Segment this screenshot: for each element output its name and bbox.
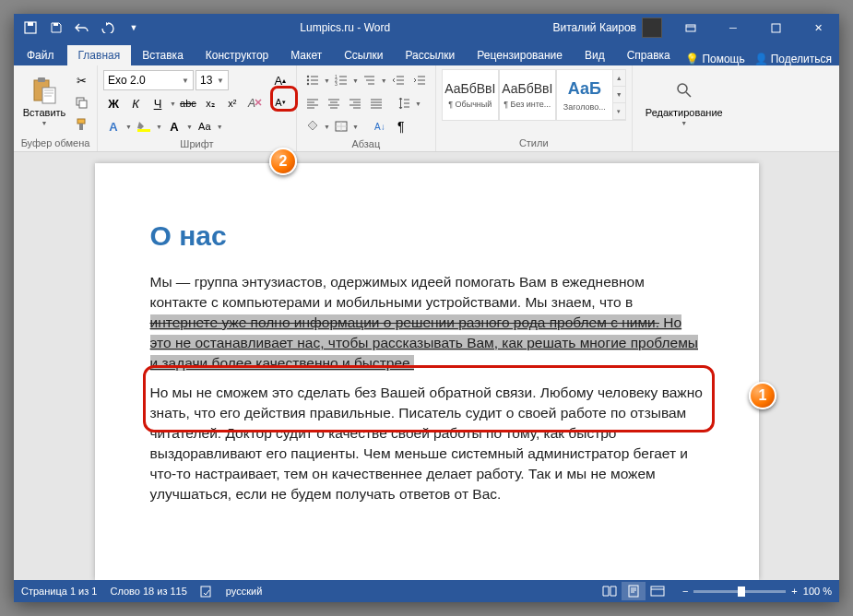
font-name-combo[interactable]: Exo 2.0▼: [103, 70, 194, 90]
clipboard-label: Буфер обмена: [19, 136, 91, 151]
svg-rect-9: [79, 101, 87, 108]
borders-button[interactable]: [331, 116, 351, 136]
status-page[interactable]: Страница 1 из 1: [21, 586, 97, 597]
numbering-button[interactable]: 123: [331, 70, 351, 90]
editing-button[interactable]: Редактирование ▼: [638, 67, 730, 134]
doc-paragraph-2: Но мы не сможем это сделать без Вашей об…: [150, 383, 704, 504]
zoom-level[interactable]: 100 %: [803, 586, 832, 597]
show-marks-button[interactable]: ¶: [391, 116, 411, 136]
read-mode-icon[interactable]: [598, 582, 622, 600]
web-layout-icon[interactable]: [646, 582, 669, 600]
grow-font-button[interactable]: A▴: [270, 70, 290, 90]
style-normal[interactable]: АаБбВвІ¶ Обычный: [442, 69, 499, 121]
ribbon: Вставить ▼ ✂ Буфер обмена Exo 2.0▼ 13▼: [14, 65, 839, 152]
find-icon: [669, 76, 699, 105]
zoom-in-button[interactable]: +: [791, 586, 797, 597]
align-right-button[interactable]: [345, 93, 365, 113]
user-account[interactable]: Виталий Каиров: [545, 18, 669, 38]
zoom-slider[interactable]: [693, 590, 786, 593]
tab-home[interactable]: Главная: [67, 45, 132, 65]
tab-design[interactable]: Конструктор: [195, 45, 279, 65]
tab-mailings[interactable]: Рассылки: [394, 45, 466, 65]
tab-file[interactable]: Файл: [14, 45, 67, 65]
align-center-button[interactable]: [324, 93, 344, 113]
undo-icon[interactable]: [71, 17, 93, 39]
status-words[interactable]: Слово 18 из 115: [110, 586, 186, 597]
svg-point-21: [678, 84, 687, 93]
group-font: Exo 2.0▼ 13▼ Ж К Ч ▼ abc x₂ x² A A: [98, 65, 297, 151]
ribbon-display-icon[interactable]: [669, 14, 712, 41]
shrink-font-button[interactable]: A▾: [270, 92, 290, 113]
underline-button[interactable]: Ч: [148, 93, 168, 113]
share-button[interactable]: 👤 Поделиться: [754, 53, 832, 65]
tab-help[interactable]: Справка: [616, 45, 681, 65]
zoom-out-button[interactable]: −: [682, 586, 688, 597]
svg-rect-10: [77, 119, 85, 124]
bullets-button[interactable]: [302, 70, 323, 90]
print-layout-icon[interactable]: [622, 582, 646, 600]
decrease-indent-button[interactable]: [388, 70, 409, 90]
tell-me[interactable]: 💡 Помощь: [685, 53, 744, 65]
group-editing: Редактирование ▼: [633, 65, 736, 151]
paste-button[interactable]: Вставить ▼: [19, 67, 69, 134]
tab-insert[interactable]: Вставка: [131, 45, 195, 65]
document-area[interactable]: О нас Мы — группа энтузиастов, одержимых…: [14, 152, 839, 580]
redo-icon[interactable]: [97, 17, 119, 39]
save-icon[interactable]: [45, 17, 67, 39]
style-heading1[interactable]: АаБЗаголово...: [556, 69, 613, 121]
change-case-button[interactable]: Aa: [195, 116, 215, 136]
clear-formatting-button[interactable]: A: [244, 93, 265, 113]
callout-1: 1: [749, 382, 776, 409]
status-language[interactable]: русский: [226, 586, 262, 597]
ribbon-tabs: Файл Главная Вставка Конструктор Макет С…: [14, 41, 839, 65]
page: О нас Мы — группа энтузиастов, одержимых…: [95, 163, 759, 580]
group-clipboard: Вставить ▼ ✂ Буфер обмена: [14, 65, 98, 151]
svg-rect-24: [651, 586, 664, 596]
multilevel-list-button[interactable]: [360, 70, 380, 90]
status-bar: Страница 1 из 1 Слово 18 из 115 русский …: [14, 580, 839, 602]
cut-icon[interactable]: ✂: [71, 70, 91, 90]
align-left-button[interactable]: [302, 93, 323, 113]
svg-rect-6: [38, 77, 45, 82]
justify-button[interactable]: [366, 93, 386, 113]
superscript-button[interactable]: x²: [222, 93, 243, 113]
svg-rect-11: [79, 124, 83, 130]
tab-review[interactable]: Рецензирование: [466, 45, 574, 65]
font-color-button[interactable]: A: [164, 116, 184, 136]
line-spacing-button[interactable]: [394, 93, 414, 113]
strikethrough-button[interactable]: abc: [178, 93, 198, 113]
status-proofing-icon[interactable]: [200, 585, 213, 598]
tab-layout[interactable]: Макет: [279, 45, 333, 65]
subscript-button[interactable]: x₂: [200, 93, 220, 113]
font-label: Шрифт: [103, 136, 290, 152]
maximize-button[interactable]: [754, 14, 797, 41]
shading-button[interactable]: [302, 116, 323, 136]
text-effects-button[interactable]: A: [103, 116, 124, 136]
increase-indent-button[interactable]: [409, 70, 430, 90]
highlight-button[interactable]: [134, 116, 154, 136]
styles-scroll[interactable]: ▲▼▾: [613, 69, 626, 121]
svg-rect-2: [53, 23, 58, 26]
style-no-spacing[interactable]: АаБбВвІ¶ Без инте...: [499, 69, 556, 121]
paste-icon: [30, 76, 59, 105]
tab-references[interactable]: Ссылки: [333, 45, 394, 65]
paragraph-label: Абзац: [302, 136, 430, 152]
doc-heading: О нас: [150, 220, 704, 252]
autosave-icon[interactable]: [19, 17, 41, 39]
font-size-combo[interactable]: 13▼: [195, 70, 229, 90]
italic-button[interactable]: К: [125, 93, 146, 113]
format-painter-icon[interactable]: [71, 114, 91, 135]
sort-button[interactable]: A↓: [370, 116, 390, 136]
title-bar: ▼ Lumpics.ru - Word Виталий Каиров ─ ✕: [14, 14, 839, 41]
callout-2: 2: [269, 148, 297, 175]
qat-customize-icon[interactable]: ▼: [123, 17, 145, 39]
tab-view[interactable]: Вид: [574, 45, 616, 65]
doc-paragraph-1: Мы — группа энтузиастов, одержимых идеей…: [150, 272, 704, 373]
minimize-button[interactable]: ─: [712, 14, 754, 41]
zoom-control: − + 100 %: [682, 586, 832, 597]
copy-icon[interactable]: [71, 92, 91, 113]
close-button[interactable]: ✕: [797, 14, 839, 41]
bold-button[interactable]: Ж: [103, 93, 124, 113]
window-title: Lumpics.ru - Word: [145, 21, 545, 34]
svg-text:3: 3: [335, 81, 338, 86]
